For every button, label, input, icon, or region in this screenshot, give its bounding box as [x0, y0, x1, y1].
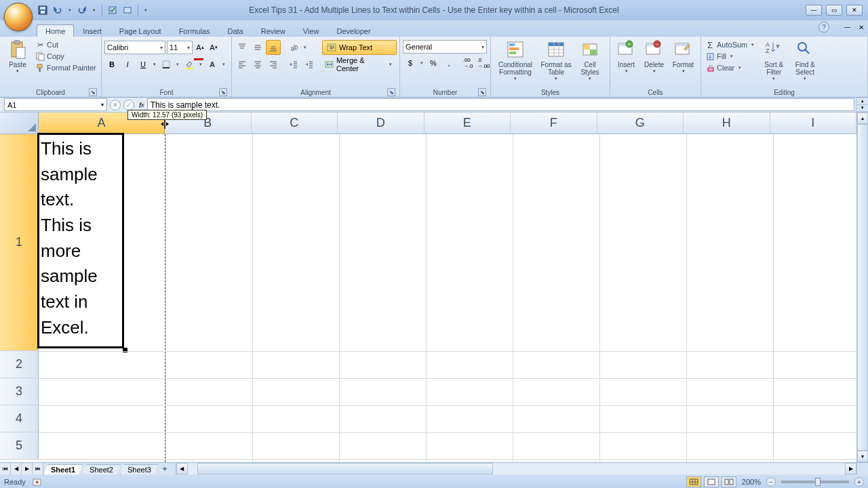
tab-view[interactable]: View: [294, 24, 328, 37]
zoom-level[interactable]: 200%: [742, 478, 761, 486]
accounting-dropdown[interactable]: ▾: [418, 56, 425, 70]
row-header-3[interactable]: 3: [0, 378, 39, 405]
scroll-up-button[interactable]: ▴: [857, 113, 868, 124]
increase-indent-button[interactable]: [302, 57, 317, 72]
merge-center-button[interactable]: Merge & Center▾: [322, 57, 397, 72]
format-painter-button[interactable]: Format Painter: [34, 62, 98, 73]
tab-insert[interactable]: Insert: [74, 24, 111, 37]
align-center-button[interactable]: [250, 57, 265, 72]
delete-cells-button[interactable]: −Delete▾: [641, 38, 667, 75]
borders-dropdown[interactable]: ▾: [174, 57, 181, 72]
redo-icon[interactable]: [76, 4, 88, 16]
page-layout-view-button[interactable]: [704, 476, 719, 487]
scroll-left-button[interactable]: ◀: [176, 463, 188, 474]
tab-review[interactable]: Review: [252, 24, 294, 37]
formula-expand-button[interactable]: ▾: [856, 105, 868, 113]
font-size-combo[interactable]: 11▾: [167, 41, 193, 54]
insert-cells-button[interactable]: +Insert▾: [613, 38, 639, 75]
underline-button[interactable]: U: [136, 57, 151, 72]
column-header-e[interactable]: E: [425, 113, 511, 134]
alignment-launcher[interactable]: ⬊: [387, 88, 395, 96]
column-header-c[interactable]: C: [252, 113, 338, 134]
column-header-g[interactable]: G: [597, 113, 684, 134]
office-button[interactable]: [4, 3, 33, 31]
zoom-out-button[interactable]: −: [766, 477, 776, 487]
font-name-combo[interactable]: Calibri▾: [104, 41, 165, 54]
tab-formulas[interactable]: Formulas: [170, 24, 219, 37]
decrease-indent-button[interactable]: [286, 57, 301, 72]
accounting-format-button[interactable]: $: [403, 56, 418, 70]
workbook-close-button[interactable]: ✕: [859, 24, 864, 31]
page-break-view-button[interactable]: [722, 476, 736, 487]
sheet-tab-sheet2[interactable]: Sheet2: [82, 464, 121, 474]
number-format-combo[interactable]: General▾: [403, 40, 487, 54]
orientation-button[interactable]: ab: [286, 40, 301, 55]
column-header-h[interactable]: H: [684, 113, 770, 134]
row-header-5[interactable]: 5: [0, 432, 39, 460]
paste-button[interactable]: Paste ▾: [3, 38, 33, 75]
undo-icon[interactable]: [52, 4, 64, 16]
number-launcher[interactable]: ⬊: [478, 88, 486, 96]
horizontal-scrollbar[interactable]: [188, 463, 845, 474]
sort-filter-button[interactable]: AZSort & Filter▾: [759, 38, 789, 83]
italic-button[interactable]: I: [120, 57, 135, 72]
underline-dropdown[interactable]: ▾: [151, 57, 158, 72]
find-select-button[interactable]: Find & Select▾: [790, 38, 820, 83]
sheet-tab-sheet3[interactable]: Sheet3: [120, 464, 159, 474]
sheet-next-button[interactable]: ▶: [22, 463, 33, 474]
shrink-font-button[interactable]: A▾: [208, 40, 220, 55]
font-color-button[interactable]: A: [205, 57, 220, 72]
zoom-slider[interactable]: [781, 481, 849, 483]
qat-customize-dropdown[interactable]: ▾: [142, 7, 149, 13]
name-box[interactable]: A1▾: [4, 98, 107, 111]
tab-developer[interactable]: Developer: [328, 24, 379, 37]
column-header-i[interactable]: I: [770, 113, 856, 134]
qat-tool-1-icon[interactable]: [106, 4, 119, 16]
redo-dropdown[interactable]: ▾: [91, 7, 98, 13]
comma-button[interactable]: ,: [441, 56, 456, 70]
formula-collapse-button[interactable]: ▴: [856, 98, 868, 105]
cell-styles-button[interactable]: Cell Styles▾: [575, 38, 605, 83]
formula-bar[interactable]: This is sample text.: [147, 98, 854, 111]
font-color-dropdown[interactable]: ▾: [220, 57, 227, 72]
tab-data[interactable]: Data: [218, 24, 252, 37]
borders-button[interactable]: [159, 57, 174, 72]
close-button[interactable]: ✕: [846, 5, 863, 16]
conditional-formatting-button[interactable]: Conditional Formatting▾: [494, 38, 537, 83]
sheet-prev-button[interactable]: ◀: [11, 463, 22, 474]
font-launcher[interactable]: ⬊: [219, 88, 227, 96]
align-left-button[interactable]: [235, 57, 250, 72]
bold-button[interactable]: B: [104, 57, 119, 72]
copy-button[interactable]: Copy: [34, 51, 98, 62]
normal-view-button[interactable]: [686, 476, 701, 487]
maximize-button[interactable]: ▭: [826, 5, 842, 16]
format-as-table-button[interactable]: Format as Table▾: [538, 38, 574, 83]
increase-decimal-button[interactable]: .00→.0: [460, 56, 475, 70]
undo-dropdown[interactable]: ▾: [66, 7, 73, 13]
cut-button[interactable]: ✂Cut: [34, 39, 98, 50]
row-header-2[interactable]: 2: [0, 351, 39, 378]
fill-button[interactable]: Fill▾: [704, 51, 757, 62]
ribbon-minimize-button[interactable]: —: [844, 24, 850, 30]
sheet-first-button[interactable]: ⏮: [0, 463, 11, 474]
scroll-right-button[interactable]: ▶: [845, 463, 856, 474]
wrap-text-button[interactable]: Wrap Text: [322, 40, 397, 55]
row-header-4[interactable]: 4: [0, 405, 39, 432]
align-top-button[interactable]: [235, 40, 250, 55]
align-middle-button[interactable]: [250, 40, 265, 55]
clear-button[interactable]: Clear▾: [704, 62, 757, 73]
scroll-down-button[interactable]: ▾: [857, 451, 868, 462]
tab-page-layout[interactable]: Page Layout: [111, 24, 170, 37]
sheet-tab-sheet1[interactable]: Sheet1: [43, 464, 83, 474]
autosum-button[interactable]: ΣAutoSum▾: [704, 39, 757, 50]
column-header-f[interactable]: F: [511, 113, 597, 134]
grow-font-button[interactable]: A▴: [194, 40, 206, 55]
format-cells-button[interactable]: Format▾: [669, 38, 698, 75]
zoom-in-button[interactable]: +: [854, 477, 864, 487]
macro-record-icon[interactable]: [33, 477, 42, 487]
cell-a1[interactable]: This is sample text. This is more sample…: [37, 133, 124, 348]
minimize-button[interactable]: —: [806, 5, 822, 16]
orientation-dropdown[interactable]: ▾: [302, 40, 309, 55]
select-all-corner[interactable]: [0, 113, 39, 134]
row-header-1[interactable]: 1: [0, 134, 39, 351]
